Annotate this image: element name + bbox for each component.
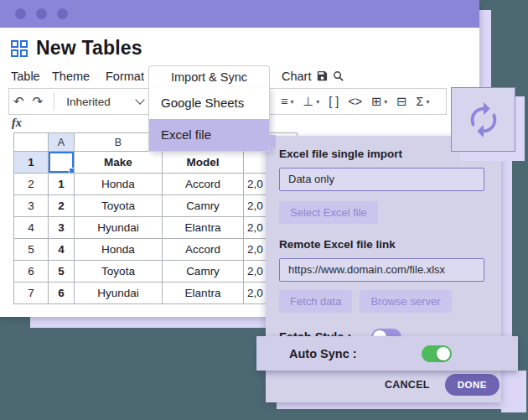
menu-item-chart[interactable]: Chart — [282, 65, 311, 87]
style-select[interactable]: Inherited — [61, 96, 152, 108]
table-row: 7 6 Hyundai Elantra 2,0 — [14, 283, 298, 304]
sync-icon — [464, 101, 503, 139]
cell[interactable]: Toyota — [75, 261, 163, 283]
import-type-select[interactable]: Data only — [279, 168, 484, 191]
cell[interactable]: Honda — [75, 174, 163, 195]
sync-card — [451, 87, 515, 152]
spreadsheet: A B C 1 Make Model 2 1 Honda Accord 2,0 … — [13, 132, 298, 304]
done-button[interactable]: DONE — [445, 374, 500, 396]
table-row: 4 3 Hyundai Elantra 2,0 — [14, 217, 298, 239]
formula-bar-label: fx — [12, 117, 22, 130]
cell[interactable]: 4 — [49, 239, 75, 261]
cancel-button[interactable]: CANCEL — [385, 379, 430, 391]
horizontal-align-icon[interactable]: ≡▾ — [281, 95, 293, 108]
caret-icon: ▾ — [384, 98, 387, 106]
row-header[interactable]: 7 — [14, 283, 49, 304]
page-title: New Tables — [36, 37, 142, 60]
panel-section-title: Remote Excel file link — [279, 238, 488, 251]
caret-icon: ▾ — [426, 98, 429, 106]
table-row: 6 5 Toyota Camry 2,0 — [14, 261, 298, 283]
auto-sync-label: Auto Sync : — [289, 347, 398, 360]
cell[interactable]: Elantra — [163, 283, 244, 304]
corner-cell[interactable] — [14, 133, 49, 152]
cell[interactable]: Model — [163, 152, 244, 174]
select-excel-file-button[interactable]: Select Excel file — [279, 201, 378, 224]
search-icon[interactable] — [332, 70, 344, 85]
auto-sync-toggle[interactable] — [422, 345, 452, 362]
cell[interactable]: Camry — [163, 195, 244, 217]
cell-borders-icon[interactable]: ⊞▾ — [371, 95, 387, 108]
formula-sum-icon[interactable]: Σ▾ — [417, 95, 430, 108]
remote-url-input[interactable]: https://www.domain.com/file.xlsx — [279, 258, 484, 282]
redo-icon[interactable]: ↷ — [28, 94, 48, 109]
column-header-a[interactable]: A — [49, 133, 75, 152]
cell[interactable]: Toyota — [75, 195, 163, 217]
chevron-down-icon — [135, 95, 144, 104]
backdrop-card-corner — [501, 371, 526, 412]
row-header[interactable]: 2 — [14, 174, 49, 195]
cell[interactable]: 3 — [49, 217, 75, 239]
cell[interactable]: Hyundai — [75, 217, 163, 239]
row-header[interactable]: 6 — [14, 261, 49, 283]
cell[interactable]: Hyundai — [75, 283, 163, 304]
menu-item-theme[interactable]: Theme — [52, 65, 90, 87]
caret-icon: ▾ — [316, 98, 319, 106]
html-code-icon[interactable]: <> — [348, 95, 362, 108]
window-dot[interactable] — [36, 8, 47, 19]
cell[interactable]: 2 — [49, 195, 75, 217]
fetch-data-button[interactable]: Fetch data — [279, 290, 352, 313]
browse-server-button[interactable]: Browse server — [360, 290, 451, 313]
dropdown-item-google-sheets[interactable]: Google Sheets — [149, 87, 269, 119]
table-row: 3 2 Toyota Camry 2,0 — [14, 195, 298, 217]
selected-cell[interactable] — [49, 152, 75, 174]
cell[interactable]: Accord — [163, 239, 244, 261]
import-sync-dropdown: Google Sheets Excel file — [148, 87, 270, 152]
cell[interactable]: Camry — [163, 261, 244, 283]
cell[interactable]: 1 — [49, 174, 75, 195]
table-row: 5 4 Honda Accord 2,0 — [14, 239, 298, 261]
window-dot[interactable] — [15, 8, 26, 19]
app-mockup: New Tables Table Theme Format Import & S… — [0, 0, 528, 420]
row-header[interactable]: 5 — [14, 239, 49, 261]
menubar: Table Theme Format Import & Sync Chart — [0, 65, 479, 87]
menu-item-format[interactable]: Format — [106, 65, 144, 87]
window-dot[interactable] — [57, 8, 68, 19]
vertical-align-icon[interactable]: ⊥▾ — [303, 95, 319, 108]
table-grid-icon — [11, 40, 28, 57]
save-icon[interactable] — [316, 70, 329, 85]
row-header[interactable]: 1 — [14, 152, 49, 174]
undo-icon[interactable]: ↶ — [9, 94, 28, 109]
row-header[interactable]: 4 — [14, 217, 49, 239]
menu-item-import-sync-active[interactable]: Import & Sync — [148, 65, 270, 88]
window-titlebar — [0, 0, 479, 28]
cell[interactable]: Make — [75, 152, 163, 174]
cell[interactable]: 5 — [49, 261, 75, 283]
auto-sync-row: Auto Sync : — [256, 336, 518, 371]
row-header[interactable]: 3 — [14, 195, 49, 217]
cell[interactable]: Accord — [163, 174, 244, 195]
cell[interactable]: 6 — [49, 283, 75, 304]
cell[interactable]: Elantra — [163, 217, 244, 239]
menu-item-table[interactable]: Table — [11, 65, 40, 87]
table-row: 1 Make Model — [14, 152, 298, 174]
merge-cells-icon[interactable]: ⊟ — [396, 95, 406, 108]
cell[interactable]: Honda — [75, 239, 163, 261]
fullscreen-icon[interactable]: [ ] — [329, 95, 339, 108]
caret-icon: ▾ — [290, 98, 293, 106]
table-row: 2 1 Honda Accord 2,0 — [14, 174, 298, 195]
